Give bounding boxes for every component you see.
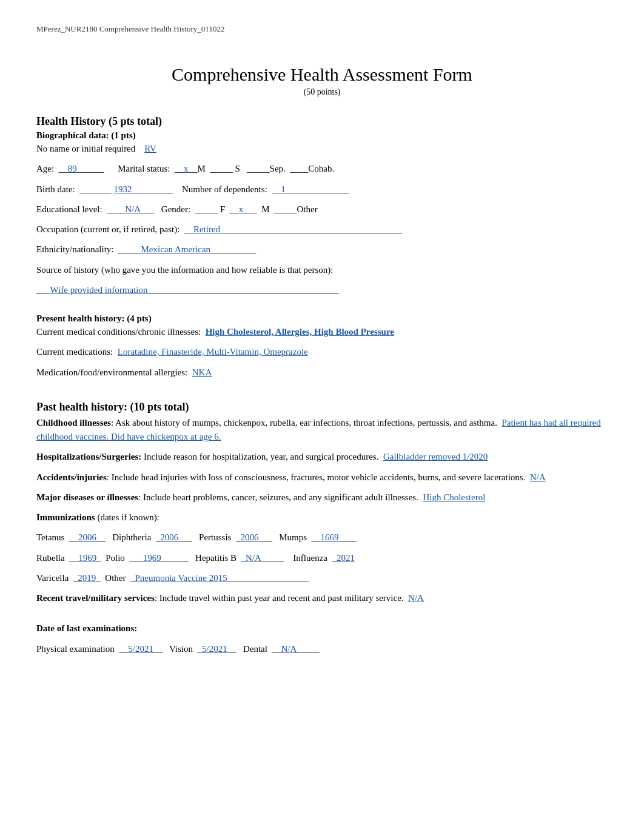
immunizations-row1: Tetanus __2006__ Diphtheria _2006___ Per… bbox=[36, 531, 608, 545]
major-line: Major diseases or illnesses: Include hea… bbox=[36, 491, 608, 505]
accidents-line: Accidents/injuries: Include head injurie… bbox=[36, 471, 608, 485]
last-exam-title: Date of last examinations: bbox=[36, 622, 608, 635]
medications-value: Loratadine, Finasteride, Multi-Vitamin, … bbox=[118, 347, 308, 357]
diphtheria-value: 2006 bbox=[160, 532, 178, 542]
conditions-line: Current medical conditions/chronic illne… bbox=[36, 325, 608, 339]
conditions-value: High Cholesterol, Allergies, High Blood … bbox=[206, 327, 394, 337]
immunizations-label-line: Immunizations (dates if known): bbox=[36, 511, 608, 525]
source-value: Wife provided information bbox=[50, 285, 148, 295]
dependents-value: 1 bbox=[281, 184, 286, 194]
file-header: MPerez_NUR2180 Comprehensive Health Hist… bbox=[36, 24, 608, 34]
main-title: Comprehensive Health Assessment Form bbox=[36, 64, 608, 85]
immunizations-row3: Varicella _2019_ Other _Pneumonia Vaccin… bbox=[36, 571, 608, 585]
filename: MPerez_NUR2180 Comprehensive Health Hist… bbox=[36, 24, 224, 33]
health-history-title: Health History (5 pts total) bbox=[36, 115, 608, 128]
last-exam-line: Physical examination __5/2021__ Vision _… bbox=[36, 642, 608, 656]
other-value: Pneumonia Vaccine 2015 bbox=[135, 573, 227, 583]
birth-dependents-line: Birth date: _______ 1932_________ Number… bbox=[36, 183, 608, 196]
tetanus-value: 2006 bbox=[78, 532, 96, 542]
physical-value: 5/2021 bbox=[128, 644, 153, 654]
influenza-value: 2021 bbox=[337, 553, 355, 563]
source-value-line: ___Wife provided information____________… bbox=[36, 283, 608, 297]
birth-value: 1932 bbox=[114, 184, 132, 194]
biographical-title: Biographical data: (1 pts) bbox=[36, 130, 608, 141]
varicella-value: 2019 bbox=[78, 573, 96, 583]
past-health-section: Past health history: (10 pts total) Chil… bbox=[36, 401, 608, 656]
no-name-line: No name or initial required RV bbox=[36, 142, 608, 156]
childhood-line: Childhood illnesses: Ask about history o… bbox=[36, 416, 608, 444]
ethnicity-line: Ethnicity/nationality: _____Mexican Amer… bbox=[36, 243, 608, 257]
travel-line: Recent travel/military services: Include… bbox=[36, 591, 608, 605]
ethnicity-value: Mexican American bbox=[141, 244, 210, 254]
immunizations-row2: Rubella __1969_ Polio ___1969______ Hepa… bbox=[36, 551, 608, 565]
education-gender-line: Educational level: ____N/A___ Gender: __… bbox=[36, 203, 608, 216]
occupation-value: Retired bbox=[193, 224, 220, 234]
travel-value: N/A bbox=[408, 593, 424, 603]
present-section: Present health history: (4 pts) Current … bbox=[36, 314, 608, 380]
accidents-value: N/A bbox=[530, 472, 546, 482]
major-value: High Cholesterol bbox=[423, 492, 485, 502]
rubella-value: 1969 bbox=[78, 553, 96, 563]
biographical-section: Biographical data: (1 pts) No name or in… bbox=[36, 130, 608, 297]
mumps-value: 1669 bbox=[321, 532, 339, 542]
present-title: Present health history: (4 pts) bbox=[36, 314, 608, 324]
initials-value: RV bbox=[144, 144, 156, 153]
hospitalization-value: Gallbladder removed 1/2020 bbox=[383, 452, 488, 461]
gender-x: x bbox=[239, 204, 244, 214]
health-history-section: Health History (5 pts total) Biographica… bbox=[36, 115, 608, 380]
allergies-value: NKA bbox=[192, 367, 212, 377]
marital-x: x bbox=[184, 164, 189, 173]
subtitle: (50 points) bbox=[36, 87, 608, 97]
dental-value: N/A bbox=[281, 644, 297, 654]
pertussis-value: 2006 bbox=[240, 532, 258, 542]
hospitalization-line: Hospitalizations/Surgeries: Include reas… bbox=[36, 450, 608, 464]
past-health-title: Past health history: (10 pts total) bbox=[36, 401, 608, 414]
age-marital-line: Age: __89______ Marital status: __x__M _… bbox=[36, 162, 608, 176]
occupation-line: Occupation (current or, if retired, past… bbox=[36, 223, 608, 236]
vision-value: 5/2021 bbox=[202, 644, 227, 654]
allergies-line: Medication/food/environmental allergies:… bbox=[36, 366, 608, 380]
medications-line: Current medications: Loratadine, Finaste… bbox=[36, 345, 608, 359]
polio-value: 1969 bbox=[143, 553, 161, 563]
hepatitis-value: N/A bbox=[246, 553, 261, 563]
age-value: 89 bbox=[68, 164, 77, 173]
education-value: N/A bbox=[125, 204, 141, 214]
source-line: Source of history (who gave you the info… bbox=[36, 263, 608, 277]
